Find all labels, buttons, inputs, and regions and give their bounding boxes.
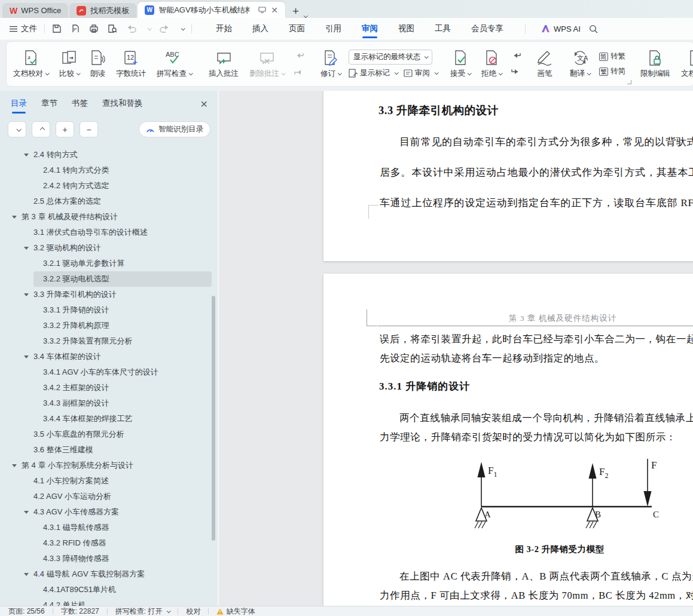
tab-document[interactable]: W 智能AGV移动小车机械结构设 ✕: [138, 2, 285, 18]
sidebar-tab-toc[interactable]: 目录: [11, 98, 27, 114]
word-count-indicator[interactable]: 字数: 22827: [61, 606, 99, 616]
toc-collapse-arrow-icon[interactable]: [24, 154, 33, 157]
sidebar-tab-find-replace[interactable]: 查找和替换: [102, 98, 143, 114]
toc-next-heading-button[interactable]: [8, 121, 26, 137]
print-icon[interactable]: [89, 24, 99, 33]
toc-item[interactable]: 2.4.2 转向方式选定: [33, 178, 212, 194]
toc-collapse-arrow-icon[interactable]: [24, 293, 33, 296]
menu-tab-view[interactable]: 视图: [397, 19, 416, 39]
toc-collapse-all-button[interactable]: −: [80, 121, 98, 137]
word-count-button[interactable]: 12 字数统计: [111, 45, 151, 83]
restrict-editing-button[interactable]: 限制编辑: [635, 45, 676, 83]
undo-dropdown-icon[interactable]: [148, 26, 152, 30]
toc-item[interactable]: 3.3.1 升降销的设计: [33, 302, 212, 318]
toc-previous-heading-button[interactable]: [32, 121, 50, 137]
toc-item[interactable]: 4.3 AGV 小车传感器方案: [24, 504, 212, 520]
toc-item[interactable]: 第 4 章 小车控制系统分析与设计: [12, 458, 212, 473]
translate-button[interactable]: 文A 翻译: [564, 45, 596, 83]
toc-item[interactable]: 3.3.2 升降装置有限元分析: [33, 333, 212, 349]
toc-item[interactable]: 3.2.2 驱动电机选型: [33, 271, 212, 287]
toc-item[interactable]: 4.3.1 磁导航传感器: [33, 520, 212, 535]
toc-item[interactable]: 4.4 磁导航 AGV 车载控制器方案: [24, 566, 212, 582]
smart-toc-button[interactable]: 智能识别目录: [139, 121, 210, 137]
menu-tab-page[interactable]: 页面: [288, 19, 306, 39]
spell-check-button[interactable]: ABC 拼写检查: [151, 45, 197, 83]
dialog-launcher-icon[interactable]: [627, 80, 631, 84]
toc-item[interactable]: 3.4 车体框架的设计: [24, 349, 212, 364]
close-tab-icon[interactable]: ✕: [271, 6, 278, 14]
toc-item[interactable]: 3.1 潜伏式自动导引车的设计概述: [24, 225, 212, 240]
toc-item[interactable]: 第 3 章 机械及硬件结构设计: [12, 209, 212, 225]
menu-tab-home[interactable]: 开始: [215, 19, 233, 39]
toc-item[interactable]: 3.6 整体三维建模: [24, 442, 212, 458]
menu-tab-tools[interactable]: 工具: [433, 19, 452, 39]
toc-item[interactable]: 3.2 驱动机构的设计: [24, 240, 212, 256]
toc-item[interactable]: 3.4.4 车体框架的焊接工艺: [33, 411, 212, 427]
track-changes-button[interactable]: 修订: [315, 49, 346, 79]
toc-item[interactable]: 4.2 AGV 小车运动分析: [24, 489, 212, 504]
sidebar-tab-chapters[interactable]: 章节: [41, 98, 57, 114]
accept-revision-button[interactable]: 接受: [445, 45, 476, 83]
toc-item[interactable]: 3.3.2 升降机构原理: [33, 318, 212, 333]
toc-item[interactable]: 4.4.2 单片机: [33, 597, 212, 606]
toc-item[interactable]: 2.4 转向方式: [24, 147, 212, 163]
sidebar-tab-bookmarks[interactable]: 书签: [72, 98, 88, 114]
toc-item[interactable]: 3.4.1 AGV 小车的车体尺寸的设计: [33, 364, 212, 380]
menu-tab-reference[interactable]: 引用: [324, 19, 343, 39]
menu-tab-insert[interactable]: 插入: [251, 19, 270, 39]
insert-comment-button[interactable]: 插入批注: [203, 45, 244, 83]
show-markup-button[interactable]: 显示标记: [349, 68, 398, 78]
reject-revision-button[interactable]: 拒绝: [476, 45, 507, 83]
toc-item[interactable]: 3.4.3 副框架的设计: [33, 396, 212, 411]
proofing-status[interactable]: 校对: [186, 606, 200, 616]
toc-item[interactable]: 3.5 小车底盘的有限元分析: [24, 427, 212, 442]
toc-item[interactable]: 3.4.2 主框架的设计: [33, 380, 212, 396]
encrypt-document-button[interactable]: 文档加密: [676, 45, 693, 83]
reviewers-button[interactable]: 审阅: [404, 68, 438, 78]
spell-check-status[interactable]: 拼写检查: 打开: [115, 606, 170, 616]
missing-font-warning[interactable]: 缺失字体: [216, 606, 255, 616]
toc-item[interactable]: 4.1 小车控制方案简述: [24, 473, 212, 489]
toc-collapse-arrow-icon[interactable]: [12, 464, 22, 467]
print-preview-icon[interactable]: [108, 24, 117, 33]
toc-collapse-arrow-icon[interactable]: [24, 355, 33, 358]
document-page-26[interactable]: 第 3 章 机械及硬件结构设计 误后，将牵引装置升起，此时台车已经与牵引小车合二…: [323, 274, 693, 606]
toc-item[interactable]: 3.2.1 驱动单元参数计算: [33, 256, 212, 271]
page-indicator[interactable]: 页面: 25/56: [8, 606, 45, 616]
next-revision-icon[interactable]: [511, 68, 521, 76]
file-menu-button[interactable]: 文件: [10, 23, 37, 34]
simplified-to-traditional-button[interactable]: 简 转繁: [599, 51, 625, 62]
delete-comment-button[interactable]: 删除批注: [244, 45, 290, 83]
redo-icon[interactable]: [160, 24, 170, 33]
read-aloud-button[interactable]: 朗读: [85, 45, 111, 83]
toc-item[interactable]: 2.5 总体方案的选定: [24, 194, 212, 209]
toc-item[interactable]: 4.4.1AT89C51单片机: [33, 582, 212, 597]
toc-expand-all-button[interactable]: +: [56, 121, 74, 137]
doc-proof-button[interactable]: a 文档校对: [8, 45, 54, 83]
markup-state-select[interactable]: 显示标记的最终状态: [349, 50, 432, 65]
document-page-25-bottom[interactable]: 3.3 升降牵引机构的设计 目前常见的自动牵引车的牵引方式分为很多种，常见的以背…: [323, 91, 693, 261]
sidebar-close-icon[interactable]: ✕: [200, 99, 208, 114]
undo-icon[interactable]: [126, 24, 136, 33]
menu-tab-review[interactable]: 审阅: [361, 19, 379, 39]
previous-revision-icon[interactable]: [511, 52, 521, 60]
menu-tab-member[interactable]: 会员专享: [470, 19, 505, 39]
tab-docer[interactable]: 找稻壳模板: [69, 3, 136, 18]
toc-item[interactable]: 2.4.1 转向方式分类: [33, 163, 212, 178]
toc-collapse-arrow-icon[interactable]: [24, 511, 33, 514]
previous-comment-icon[interactable]: [294, 52, 304, 60]
toc-collapse-arrow-icon[interactable]: [12, 216, 22, 219]
traditional-to-simplified-button[interactable]: 繁 转简: [599, 66, 625, 76]
wps-ai-button[interactable]: WPS AI: [541, 24, 581, 33]
sidebar-scrollbar-thumb[interactable]: [212, 296, 215, 541]
toc-item[interactable]: 3.3 升降牵引机构的设计: [24, 287, 212, 302]
toc-collapse-arrow-icon[interactable]: [24, 573, 33, 576]
search-icon[interactable]: [589, 24, 598, 33]
toc-item[interactable]: 4.3.3 障碍物传感器: [33, 551, 212, 566]
next-comment-icon[interactable]: [294, 68, 304, 76]
export-pdf-icon[interactable]: P: [71, 24, 80, 33]
ink-pen-button[interactable]: 画笔: [531, 45, 558, 83]
toc-collapse-arrow-icon[interactable]: [24, 247, 33, 250]
toc-item[interactable]: 4.3.2 RFID 传感器: [33, 535, 212, 551]
new-tab-button[interactable]: +: [292, 5, 299, 17]
